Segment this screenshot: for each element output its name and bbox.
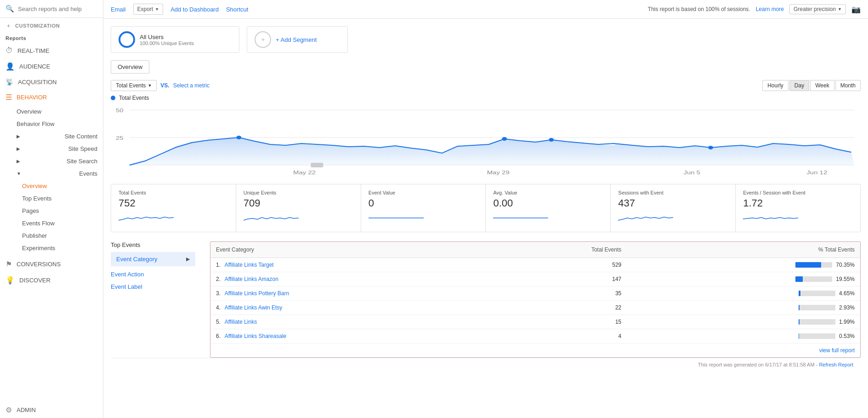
sparkline-unique xyxy=(244,211,299,225)
chart-slider xyxy=(311,163,323,167)
table-row: 3. Affiliate Links Pottery Barn 35 4.65% xyxy=(210,286,860,301)
svg-text:25: 25 xyxy=(116,135,124,141)
cell-rank-name: 4. Affiliate Links Awin Etsy xyxy=(210,301,490,315)
customization-label: CUSTOMIZATION xyxy=(15,23,60,29)
bar-cell: 19.55% xyxy=(632,276,855,282)
search-bar[interactable]: 🔍 xyxy=(0,0,103,18)
sidebar-item-admin[interactable]: ⚙ ADMIN xyxy=(0,402,103,418)
event-name-link[interactable]: Affiliate Links Awin Etsy xyxy=(225,304,283,311)
sidebar-item-realtime[interactable]: ⏱ REAL-TIME xyxy=(0,43,103,58)
data-table-container: Event Category Total Events % Total Even… xyxy=(210,241,861,358)
all-users-pct: 100.00% Unique Events xyxy=(140,40,194,46)
sidebar-item-behavior[interactable]: ☰ BEHAVIOR xyxy=(0,89,103,105)
bar-fill xyxy=(799,319,800,325)
shortcut-button[interactable]: Shortcut xyxy=(226,6,248,13)
sidebar-item-site-content[interactable]: ▶ Site Content xyxy=(17,130,103,143)
event-action-link[interactable]: Event Action xyxy=(111,268,195,281)
cell-pct: 70.35% xyxy=(627,258,860,272)
audience-label: AUDIENCE xyxy=(19,63,50,70)
sidebar-item-behavior-flow[interactable]: Behavior Flow xyxy=(17,118,103,130)
customization-section[interactable]: ＋ CUSTOMIZATION xyxy=(0,18,103,32)
sidebar-item-events-flow[interactable]: Events Flow xyxy=(22,217,103,229)
top-events-title: Top Events xyxy=(111,241,195,248)
legend-label: Total Events xyxy=(119,95,149,101)
week-btn[interactable]: Week xyxy=(810,80,834,91)
chart-dot xyxy=(236,136,241,139)
chart-dot xyxy=(549,138,554,142)
all-users-circle xyxy=(119,31,135,48)
metrics-row: Total Events 752 Unique Events 709 Event… xyxy=(111,184,861,232)
search-input[interactable] xyxy=(18,6,97,12)
sparkline-value xyxy=(369,211,424,225)
chart-controls: Total Events ▼ VS. Select a metric Hourl… xyxy=(111,80,861,91)
sidebar-item-conversions[interactable]: ⚑ CONVERSIONS xyxy=(0,256,103,272)
bar-bg xyxy=(799,319,835,325)
sidebar-item-events[interactable]: ▼ Events xyxy=(17,167,103,180)
sidebar-item-acquisition[interactable]: 📡 ACQUISITION xyxy=(0,74,103,89)
event-name-link[interactable]: Affiliate Links Shareasale xyxy=(225,333,287,339)
view-full-report-link[interactable]: view full report xyxy=(210,343,860,357)
metric-avg-value-val: 0.00 xyxy=(493,197,603,209)
sidebar-item-site-speed[interactable]: ▶ Site Speed xyxy=(17,143,103,155)
content-area: All Users 100.00% Unique Events ＋ + Add … xyxy=(103,19,868,418)
all-users-name: All Users xyxy=(140,34,194,40)
table-row: 5. Affiliate Links 15 1.99% xyxy=(210,315,860,329)
refresh-report-link[interactable]: Refresh Report xyxy=(819,362,853,367)
topbar-right: This report is based on 100% of sessions… xyxy=(648,4,861,14)
sidebar-item-pages[interactable]: Pages xyxy=(22,205,103,217)
bar-cell: 4.65% xyxy=(632,290,855,297)
sidebar-item-experiments[interactable]: Experiments xyxy=(22,242,103,254)
plus-icon: ＋ xyxy=(6,22,11,30)
cell-value: 35 xyxy=(490,286,627,301)
event-name-link[interactable]: Affiliate Links Target xyxy=(225,262,274,268)
event-name-link[interactable]: Affiliate Links Amazon xyxy=(225,276,278,282)
svg-text:May 29: May 29 xyxy=(487,170,510,176)
table-row: 1. Affiliate Links Target 529 70.35% xyxy=(210,258,860,272)
metric-selector: Total Events ▼ VS. Select a metric xyxy=(111,80,210,91)
sidebar-item-discover[interactable]: 💡 DISCOVER xyxy=(0,272,103,288)
acquisition-icon: 📡 xyxy=(6,78,13,86)
select-metric-link[interactable]: Select a metric xyxy=(173,82,210,89)
camera-icon[interactable]: 📷 xyxy=(851,5,861,14)
sidebar-item-site-search[interactable]: ▶ Site Search xyxy=(17,155,103,167)
table-row: 6. Affiliate Links Shareasale 4 0.53% xyxy=(210,329,860,344)
main-content: Email Export ▼ Add to Dashboard Shortcut… xyxy=(103,0,868,418)
cell-rank-name: 2. Affiliate Links Amazon xyxy=(210,272,490,286)
export-button[interactable]: Export ▼ xyxy=(133,4,164,15)
greater-precision-dropdown[interactable]: Greater precision ▼ xyxy=(789,4,846,14)
metric-events-session: Events / Session with Event 1.72 xyxy=(736,184,860,232)
top-events-panel: Top Events Event Category ▶ Event Action… xyxy=(111,241,203,358)
month-btn[interactable]: Month xyxy=(835,80,861,91)
sidebar-item-events-overview[interactable]: Overview xyxy=(22,180,103,192)
cell-pct: 4.65% xyxy=(627,286,860,301)
add-dashboard-button[interactable]: Add to Dashboard xyxy=(170,6,219,13)
chevron-right-icon: ▶ xyxy=(186,256,190,262)
chevron-down-icon-metric: ▼ xyxy=(148,83,152,88)
metric-events-session-value: 1.72 xyxy=(743,197,853,209)
sidebar-item-top-events[interactable]: Top Events xyxy=(22,192,103,205)
metric-total-events-label: Total Events xyxy=(119,190,228,195)
chart-legend: Total Events xyxy=(111,95,861,101)
add-segment-pill[interactable]: ＋ + Add Segment xyxy=(247,26,348,53)
learn-more-link[interactable]: Learn more xyxy=(756,6,784,12)
event-name-link[interactable]: Affiliate Links Pottery Barn xyxy=(225,290,289,297)
event-category-link[interactable]: Event Category ▶ xyxy=(111,252,195,266)
sidebar-item-overview[interactable]: Overview xyxy=(17,105,103,118)
all-users-info: All Users 100.00% Unique Events xyxy=(140,34,194,46)
sidebar-item-audience[interactable]: 👤 AUDIENCE xyxy=(0,58,103,74)
email-button[interactable]: Email xyxy=(111,6,126,13)
bar-cell: 70.35% xyxy=(632,262,855,268)
hourly-btn[interactable]: Hourly xyxy=(762,80,789,91)
behavior-icon: ☰ xyxy=(6,93,12,102)
discover-label: DISCOVER xyxy=(19,277,51,284)
sidebar-item-publisher[interactable]: Publisher xyxy=(22,229,103,242)
acquisition-label: ACQUISITION xyxy=(18,79,57,86)
event-label-link[interactable]: Event Label xyxy=(111,281,195,293)
day-btn[interactable]: Day xyxy=(789,80,809,91)
overview-tab[interactable]: Overview xyxy=(111,60,149,74)
topbar: Email Export ▼ Add to Dashboard Shortcut… xyxy=(103,0,868,19)
event-name-link[interactable]: Affiliate Links xyxy=(225,319,257,325)
total-events-metric-btn[interactable]: Total Events ▼ xyxy=(111,80,157,91)
bar-cell: 0.53% xyxy=(632,333,855,339)
cell-rank-name: 1. Affiliate Links Target xyxy=(210,258,490,272)
